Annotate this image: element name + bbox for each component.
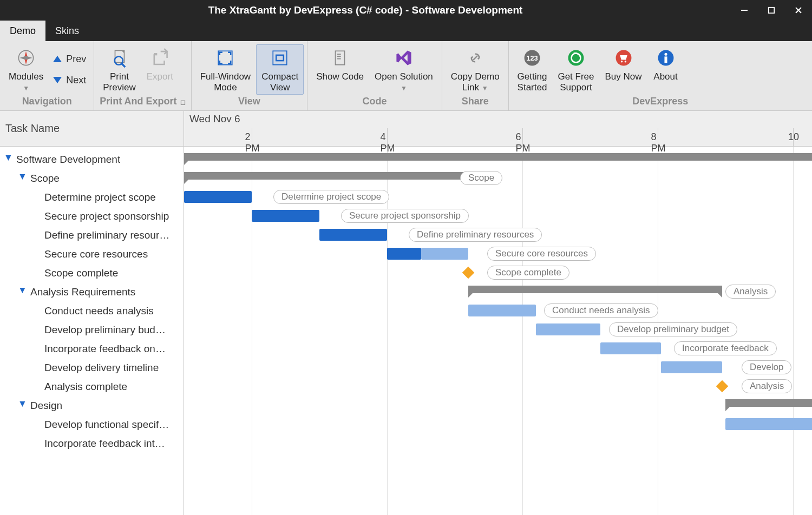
task-bar[interactable] — [725, 418, 812, 430]
gantt-row: Incorporate feedback — [184, 339, 812, 358]
full-window-button[interactable]: Full-Window Mode — [195, 44, 257, 95]
link-icon — [466, 47, 484, 70]
close-button[interactable] — [785, 0, 812, 21]
next-button[interactable]: Next — [53, 75, 86, 86]
task-bar[interactable] — [252, 210, 319, 222]
gantt-row: Scope complete — [184, 263, 812, 282]
titlebar: The XtraGantt by DevExpress (C# code) - … — [0, 0, 812, 21]
svg-point-22 — [624, 61, 626, 62]
task-bar[interactable] — [600, 342, 662, 354]
tree-row[interactable]: Incorporate feedback int… — [0, 434, 184, 453]
tree-row-label: Determine project scope — [44, 192, 156, 203]
tree-row[interactable]: Secure core resources — [0, 245, 184, 263]
info-icon — [657, 47, 675, 70]
ribbon-group-print: Print Preview Export Print And Export◻ — [94, 41, 191, 110]
about-button[interactable]: About — [647, 44, 684, 95]
svg-point-24 — [664, 53, 667, 56]
tree-row[interactable]: Conduct needs analysis — [0, 301, 184, 320]
gantt-row: Scope — [184, 169, 812, 188]
task-bar[interactable] — [184, 191, 252, 203]
getting-started-button[interactable]: 123 Getting Started — [512, 44, 553, 95]
task-bar[interactable] — [421, 248, 469, 260]
dialog-launcher-icon[interactable]: ◻ — [180, 98, 186, 106]
print-preview-button[interactable]: Print Preview — [97, 44, 141, 95]
gantt-chart[interactable]: Wed Nov 6 2 PM4 PM6 PM8 PM10 ScopeDeterm… — [184, 111, 812, 515]
compact-view-button[interactable]: Compact View — [256, 44, 304, 95]
milestone-icon[interactable] — [716, 380, 728, 393]
task-bar[interactable] — [468, 305, 536, 316]
gantt-row: Secure core resources — [184, 245, 812, 263]
summary-bar[interactable] — [725, 399, 812, 407]
tree-row-label: Scope complete — [44, 267, 118, 279]
task-label-pill: Analysis — [742, 379, 792, 393]
tree-row-label: Analysis complete — [44, 381, 127, 393]
tree-row-label: Define preliminary resour… — [44, 229, 169, 241]
triangle-up-icon — [53, 56, 62, 62]
print-preview-icon — [110, 47, 129, 70]
copy-demo-link-button[interactable]: Copy Demo Link ▼ — [446, 44, 505, 95]
summary-bar[interactable] — [468, 286, 722, 293]
prev-button[interactable]: Prev — [53, 54, 86, 65]
tree-row-label: Design — [30, 400, 62, 412]
gantt-row: Secure project sponsorship — [184, 207, 812, 226]
expand-icon[interactable]: ▶ — [19, 174, 27, 183]
tree-row[interactable]: Incorporate feedback on… — [0, 339, 184, 358]
maximize-button[interactable] — [758, 0, 785, 21]
tree-row[interactable]: ▶Analysis Requirements — [0, 282, 184, 301]
task-label-pill: Develop — [742, 360, 791, 374]
task-bar[interactable] — [536, 323, 600, 335]
svg-rect-1 — [769, 8, 775, 14]
gantt: Task Name ▶Software Development▶ScopeDet… — [0, 111, 812, 515]
fullscreen-icon — [216, 47, 234, 70]
expand-icon[interactable]: ▶ — [5, 155, 13, 164]
tree-row[interactable]: Scope complete — [0, 263, 184, 282]
svg-rect-11 — [276, 55, 284, 61]
gantt-row — [184, 396, 812, 415]
tree-row[interactable]: Develop preliminary bud… — [0, 320, 184, 339]
task-bar[interactable] — [387, 248, 421, 260]
task-label-pill: Incorporate feedback — [674, 341, 777, 355]
chevron-down-icon: ▼ — [23, 84, 29, 92]
task-bar[interactable] — [319, 229, 387, 241]
document-icon — [331, 47, 349, 70]
tree-row[interactable]: Analysis complete — [0, 377, 184, 396]
export-button[interactable]: Export — [141, 44, 179, 95]
svg-rect-10 — [273, 51, 287, 65]
svg-point-21 — [620, 61, 622, 62]
tree-row[interactable]: Determine project scope — [0, 188, 184, 207]
tree-row[interactable]: Define preliminary resour… — [0, 226, 184, 245]
modules-button[interactable]: Modules▼ — [3, 44, 49, 95]
timeline-tick: 10 — [788, 131, 799, 143]
get-support-button[interactable]: Get Free Support — [552, 44, 599, 95]
expand-icon[interactable]: ▶ — [19, 288, 27, 296]
visual-studio-icon — [395, 47, 413, 70]
summary-bar[interactable] — [184, 172, 468, 180]
menubar: Demo Skins — [0, 21, 812, 41]
tree-row[interactable]: Secure project sponsorship — [0, 207, 184, 226]
task-label-pill: Scope — [460, 171, 502, 185]
task-bar[interactable] — [661, 361, 722, 373]
tab-demo[interactable]: Demo — [0, 21, 45, 41]
tree-row[interactable]: Develop delivery timeline — [0, 358, 184, 377]
tree-row[interactable]: ▶Design — [0, 396, 184, 415]
gantt-row: Develop — [184, 358, 812, 377]
tree-header: Task Name — [0, 111, 184, 147]
tree-row[interactable]: Develop functional specif… — [0, 415, 184, 434]
open-solution-button[interactable]: Open Solution▼ — [369, 44, 438, 95]
chevron-down-icon: ▼ — [482, 84, 488, 92]
tree-row[interactable]: ▶Scope — [0, 169, 184, 188]
support-icon — [567, 47, 585, 70]
minimize-button[interactable] — [731, 0, 758, 21]
show-code-button[interactable]: Show Code — [311, 44, 369, 95]
expand-icon[interactable]: ▶ — [19, 401, 27, 410]
tab-skins[interactable]: Skins — [45, 21, 89, 41]
tree-row[interactable]: ▶Software Development — [0, 150, 184, 169]
group-label-view: View — [195, 95, 304, 109]
buy-now-button[interactable]: Buy Now — [600, 44, 647, 95]
gantt-row: Analysis — [184, 282, 812, 301]
milestone-icon[interactable] — [462, 267, 475, 279]
ribbon-group-share: Copy Demo Link ▼ Share — [442, 41, 509, 110]
task-label-pill: Secure core resources — [487, 247, 596, 261]
summary-bar[interactable] — [184, 153, 812, 161]
task-label-pill: Analysis — [725, 285, 776, 299]
